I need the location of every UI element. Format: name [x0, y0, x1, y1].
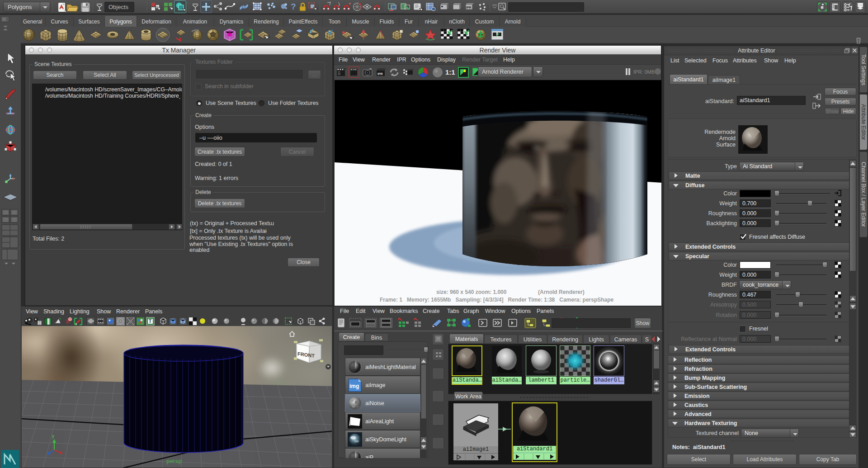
- svg-text:T: T: [149, 319, 151, 324]
- svg-text:Frame: 1 Memory: 1655Mb Sa: Frame: 1 Memory: 1655Mb Sampling: [4/3/3…: [380, 297, 614, 303]
- svg-text:(Arnold Renderer): (Arnold Renderer): [538, 289, 585, 295]
- svg-text:img: img: [349, 383, 359, 389]
- svg-text:IPR: IPR: [377, 72, 383, 76]
- svg-text:y: y: [52, 434, 54, 439]
- svg-text:persp: persp: [166, 458, 182, 464]
- svg-text:size: 960 x 540 zoom: 1.000: size: 960 x 540 zoom: 1.000: [436, 289, 507, 295]
- svg-text:IPR: IPR: [466, 6, 472, 9]
